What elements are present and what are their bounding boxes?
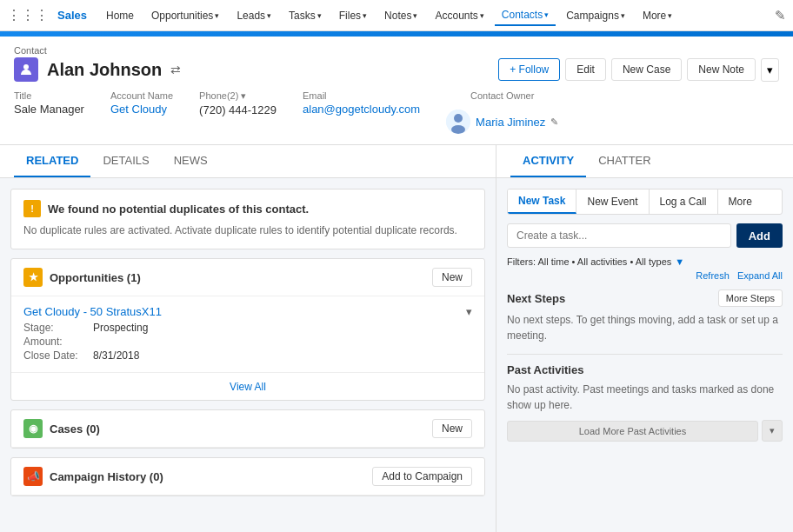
expand-all-link[interactable]: Expand All xyxy=(737,270,783,281)
opportunities-header: ★ Opportunities (1) New xyxy=(11,259,484,296)
nav-opportunities[interactable]: Opportunities ▾ xyxy=(144,6,226,25)
chevron-icon: ▾ xyxy=(363,11,367,20)
left-content: ! We found no potential duplicates of th… xyxy=(0,178,496,507)
nav-campaigns[interactable]: Campaigns ▾ xyxy=(559,6,632,25)
add-to-campaign-button[interactable]: Add to Campaign xyxy=(372,467,472,486)
svg-point-2 xyxy=(454,114,463,123)
opportunity-link[interactable]: Get Cloudy - 50 StratusX11 xyxy=(23,305,162,318)
follow-button[interactable]: + Follow xyxy=(498,58,560,81)
chevron-icon: ▾ xyxy=(544,10,549,19)
more-steps-button[interactable]: More Steps xyxy=(718,289,783,307)
opportunities-new-button[interactable]: New xyxy=(432,268,472,287)
opportunity-dropdown-icon[interactable]: ▾ xyxy=(466,305,472,318)
campaign-history-header: 📣 Campaign History (0) Add to Campaign xyxy=(11,458,484,495)
add-task-button[interactable]: Add xyxy=(736,223,783,248)
new-case-button[interactable]: New Case xyxy=(611,58,682,81)
field-account: Account Name Get Cloudy xyxy=(110,90,173,116)
tab-activity[interactable]: ACTIVITY xyxy=(510,145,586,177)
load-more-button[interactable]: Load More Past Activities xyxy=(507,421,758,442)
stage-label: Stage: xyxy=(23,322,93,334)
breadcrumb: Contact xyxy=(14,45,779,56)
cases-icon: ◉ xyxy=(23,419,43,438)
next-steps-section: Next Steps More Steps No next steps. To … xyxy=(507,289,783,343)
tab-related[interactable]: RELATED xyxy=(14,145,90,177)
field-owner: Contact Owner Maria Jiminez ✎ xyxy=(446,90,558,134)
cases-new-button[interactable]: New xyxy=(432,419,472,438)
opportunities-body: Get Cloudy - 50 StratusX11 ▾ Stage: Pros… xyxy=(11,296,484,372)
chevron-icon: ▾ xyxy=(267,11,271,20)
more-activity-button[interactable]: More xyxy=(718,190,763,214)
nav-notes[interactable]: Notes ▾ xyxy=(377,6,424,25)
owner-edit-icon[interactable]: ✎ xyxy=(550,116,558,128)
load-more-row: Load More Past Activities ▾ xyxy=(507,420,783,442)
stage-value: Prospecting xyxy=(93,322,148,334)
edit-button[interactable]: Edit xyxy=(565,58,606,81)
view-all-opportunities: View All xyxy=(11,372,484,400)
field-phone: Phone(2) ▾ (720) 444-1229 xyxy=(199,90,277,116)
app-name[interactable]: Sales xyxy=(57,9,87,22)
duplicate-icon: ! xyxy=(23,200,41,217)
phone-dropdown-icon[interactable]: ▾ xyxy=(241,90,246,101)
owner-avatar xyxy=(446,110,470,134)
chevron-icon: ▾ xyxy=(621,11,625,20)
activity-divider xyxy=(507,354,783,355)
svg-point-0 xyxy=(23,64,29,70)
opportunities-section: ★ Opportunities (1) New Get Cloudy - 50 … xyxy=(10,258,485,401)
nav-files[interactable]: Files ▾ xyxy=(332,6,374,25)
new-note-button[interactable]: New Note xyxy=(687,58,756,81)
cases-header: ◉ Cases (0) New xyxy=(11,410,484,448)
duplicate-body: No duplicate rules are activated. Activa… xyxy=(23,223,472,238)
chevron-icon: ▾ xyxy=(413,11,417,20)
past-activities-title: Past Activities xyxy=(507,363,783,376)
left-tab-bar: RELATED DETAILS NEWS xyxy=(0,145,496,178)
contact-fields: Title Sale Manager Account Name Get Clou… xyxy=(14,90,779,134)
tab-chatter[interactable]: CHATTER xyxy=(586,145,663,177)
amount-label: Amount: xyxy=(23,336,93,348)
contact-type-icon xyxy=(14,57,38,82)
nav-accounts[interactable]: Accounts ▾ xyxy=(428,6,490,25)
right-panel: ACTIVITY CHATTER New Task New Event Log … xyxy=(496,145,793,532)
svg-point-3 xyxy=(451,125,465,134)
tab-details[interactable]: DETAILS xyxy=(90,145,161,177)
close-date-label: Close Date: xyxy=(23,349,93,362)
task-input-row: Add xyxy=(507,223,783,248)
next-steps-title: Next Steps xyxy=(507,292,565,305)
log-call-button[interactable]: Log a Call xyxy=(650,190,718,214)
nav-contacts[interactable]: Contacts ▾ xyxy=(495,5,556,26)
opportunities-title: Opportunities (1) xyxy=(50,271,141,284)
tab-news[interactable]: NEWS xyxy=(162,145,220,177)
past-activities-section: Past Activities No past activity. Past m… xyxy=(507,363,783,442)
nav-home[interactable]: Home xyxy=(99,6,141,25)
nav-tasks[interactable]: Tasks ▾ xyxy=(282,6,329,25)
contact-action-buttons: + Follow Edit New Case New Note ▾ xyxy=(498,58,779,82)
cases-section: ◉ Cases (0) New xyxy=(10,409,485,449)
nav-leads[interactable]: Leads ▾ xyxy=(230,6,278,25)
edit-nav-icon[interactable]: ✎ xyxy=(775,8,786,23)
merge-icon[interactable]: ⇄ xyxy=(170,63,181,76)
field-email: Email alan@gogetcloudy.com xyxy=(303,90,420,116)
opportunity-details: Stage: Prospecting Amount: Close Date: 8… xyxy=(23,322,472,362)
refresh-row: Refresh Expand All xyxy=(507,270,783,281)
grid-icon[interactable]: ⋮⋮⋮ xyxy=(7,7,49,23)
contact-name: Alan Johnson xyxy=(47,60,162,80)
duplicate-notice: ! We found no potential duplicates of th… xyxy=(10,189,485,249)
right-tab-bar: ACTIVITY CHATTER xyxy=(496,145,793,178)
cases-title: Cases (0) xyxy=(50,422,100,436)
close-date-value: 8/31/2018 xyxy=(93,349,139,362)
new-task-button[interactable]: New Task xyxy=(508,190,576,214)
activity-button-row: New Task New Event Log a Call More xyxy=(507,189,783,215)
left-panel: RELATED DETAILS NEWS ! We found no poten… xyxy=(0,145,496,532)
refresh-link[interactable]: Refresh xyxy=(696,270,730,281)
account-link[interactable]: Get Cloudy xyxy=(110,103,173,116)
actions-dropdown-button[interactable]: ▾ xyxy=(761,58,779,82)
task-input[interactable] xyxy=(507,223,731,248)
email-link[interactable]: alan@gogetcloudy.com xyxy=(303,103,420,116)
view-all-link[interactable]: View All xyxy=(230,381,266,393)
load-more-dropdown-button[interactable]: ▾ xyxy=(762,420,783,442)
contact-header: Contact Alan Johnson ⇄ + Follow Edit New… xyxy=(0,37,793,145)
owner-link[interactable]: Maria Jiminez xyxy=(476,116,545,129)
next-steps-empty: No next steps. To get things moving, add… xyxy=(507,312,783,343)
new-event-button[interactable]: New Event xyxy=(576,190,649,214)
nav-more[interactable]: More ▾ xyxy=(636,6,679,25)
filter-funnel-icon[interactable]: ▼ xyxy=(675,256,684,267)
